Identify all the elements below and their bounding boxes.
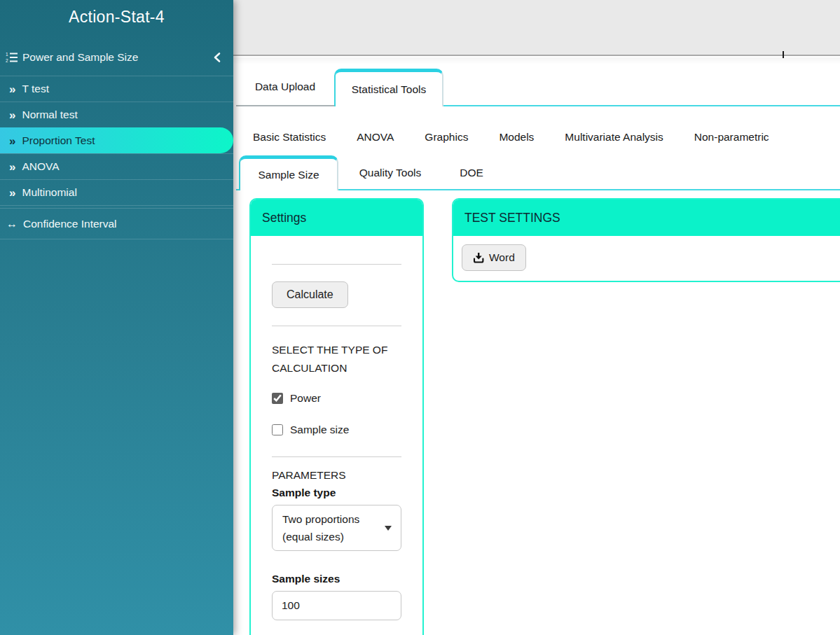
word-export-button[interactable]: Word — [462, 244, 526, 271]
sidebar-menu: » T test » Normal test » Proportion Test… — [0, 76, 233, 206]
double-chevron-right-icon: » — [9, 83, 15, 95]
main-tabs: Data Upload Statistical Tools — [233, 69, 840, 106]
tab-doe[interactable]: DOE — [442, 155, 501, 190]
category-nav: Basic Statistics ANOVA Graphics Models M… — [233, 119, 840, 155]
sidebar-item-confidence-interval[interactable]: ↔ Confidence Interval — [0, 208, 233, 239]
sample-size-checkbox-row: Sample size — [272, 424, 401, 436]
main-area: Data Upload Statistical Tools Basic Stat… — [233, 0, 840, 635]
calculate-button[interactable]: Calculate — [272, 281, 348, 308]
sample-sizes-input[interactable] — [272, 591, 401, 620]
sidebar-section-label: Power and Sample Size — [22, 51, 213, 64]
sub-tabs: Sample Size Quality Tools DOE — [233, 155, 840, 190]
nav-basic-statistics[interactable]: Basic Statistics — [253, 131, 326, 144]
divider — [272, 264, 401, 265]
svg-text:1: 1 — [6, 52, 8, 57]
double-chevron-right-icon: » — [9, 109, 15, 121]
power-checkbox-row: Power — [272, 392, 401, 405]
double-chevron-right-icon: » — [9, 135, 15, 147]
tab-sample-size[interactable]: Sample Size — [239, 155, 338, 190]
parameters-heading: PARAMETERS — [272, 469, 401, 482]
sidebar-item-proportion-test[interactable]: » Proportion Test — [0, 127, 233, 153]
left-right-arrow-icon: ↔ — [6, 218, 18, 230]
nav-non-parametric[interactable]: Non-parametric — [694, 131, 769, 144]
nav-anova[interactable]: ANOVA — [357, 131, 394, 144]
double-chevron-right-icon: » — [9, 161, 15, 173]
tab-data-upload[interactable]: Data Upload — [236, 69, 334, 105]
nav-models[interactable]: Models — [499, 131, 534, 144]
chevron-left-icon[interactable] — [213, 52, 221, 63]
text-cursor-mark — [783, 51, 784, 58]
double-chevron-right-icon: » — [9, 187, 15, 199]
settings-panel-title: Settings — [251, 200, 422, 236]
main-tabs-underline-inactive — [236, 105, 334, 106]
download-icon — [473, 252, 484, 263]
tab-quality-tools[interactable]: Quality Tools — [338, 155, 442, 190]
app-title: Action-Stat-4 — [0, 8, 233, 27]
divider — [272, 326, 401, 326]
header-divider-shade — [233, 57, 840, 64]
sample-type-select[interactable]: Two proportions (equal sizes) — [272, 505, 401, 551]
sidebar-item-multinomial[interactable]: » Multinomial — [0, 179, 233, 205]
power-checkbox[interactable] — [272, 393, 283, 404]
sample-sizes-label: Sample sizes — [272, 573, 401, 585]
sidebar-item-t-test[interactable]: » T test — [0, 76, 233, 102]
nav-graphics[interactable]: Graphics — [425, 131, 468, 144]
svg-text:2: 2 — [6, 58, 8, 63]
sample-type-label: Sample type — [272, 487, 401, 499]
sidebar-section-power-and-sample-size[interactable]: 1 2 Power and Sample Size — [0, 43, 233, 71]
ordered-list-icon: 1 2 — [6, 52, 18, 63]
nav-multivariate-analysis[interactable]: Multivariate Analysis — [565, 131, 663, 144]
test-settings-panel-title: TEST SETTINGS — [453, 200, 840, 236]
sidebar-item-anova[interactable]: » ANOVA — [0, 153, 233, 179]
sidebar-item-normal-test[interactable]: » Normal test — [0, 102, 233, 127]
divider — [272, 456, 401, 457]
tab-statistical-tools[interactable]: Statistical Tools — [334, 69, 443, 106]
sidebar: Action-Stat-4 1 2 Power and Sample Size … — [0, 0, 233, 635]
settings-panel: Settings Calculate SELECT THE TYPE OF CA… — [249, 198, 424, 635]
test-settings-panel: TEST SETTINGS Word — [452, 198, 840, 282]
caret-down-icon — [385, 526, 392, 531]
sample-size-checkbox[interactable] — [272, 424, 283, 435]
top-header-bar — [233, 0, 840, 56]
calculation-type-heading: SELECT THE TYPE OF CALCULATION — [272, 341, 395, 377]
